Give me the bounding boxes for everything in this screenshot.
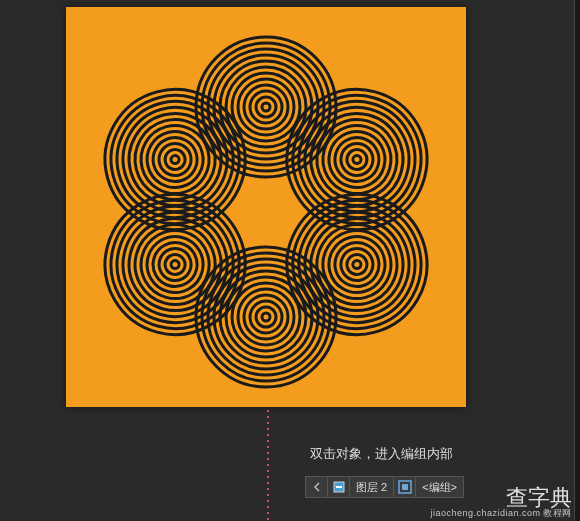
watermark-main: 查字典 xyxy=(430,487,572,509)
layer-name-label[interactable]: 图层 2 xyxy=(350,476,394,498)
right-panel-edge xyxy=(574,0,580,521)
svg-rect-13 xyxy=(336,486,342,488)
layers-icon xyxy=(332,480,346,494)
arrow-left-icon xyxy=(310,480,324,494)
annotation-pointer-line xyxy=(267,410,269,520)
watermark: 查字典 jiaocheng.chazidian.com 教程网 xyxy=(430,487,572,518)
layer-icon-button[interactable] xyxy=(328,476,350,498)
svg-rect-15 xyxy=(402,484,408,490)
canvas-artboard[interactable] xyxy=(66,7,466,407)
group-icon-button[interactable] xyxy=(394,476,416,498)
spiral-pattern-artwork[interactable] xyxy=(66,7,466,407)
back-arrow-button[interactable] xyxy=(306,476,328,498)
annotation-text: 双击对象，进入编组内部 xyxy=(310,445,453,463)
group-icon xyxy=(398,480,412,494)
watermark-sub: jiaocheng.chazidian.com 教程网 xyxy=(430,509,572,518)
